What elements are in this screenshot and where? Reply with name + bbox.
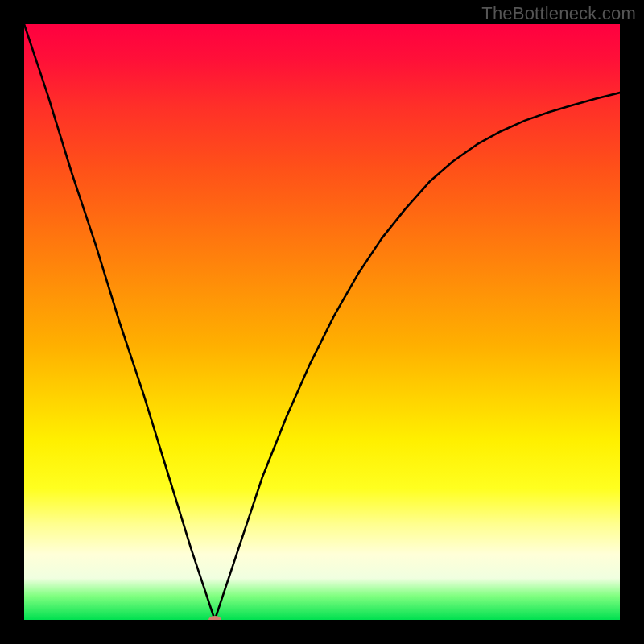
curve-svg <box>24 24 620 620</box>
bottleneck-curve-path <box>24 24 620 620</box>
watermark-text: TheBottleneck.com <box>481 3 636 24</box>
chart-frame: TheBottleneck.com <box>0 0 644 644</box>
plot-area <box>24 24 620 620</box>
minimum-marker <box>208 616 221 620</box>
